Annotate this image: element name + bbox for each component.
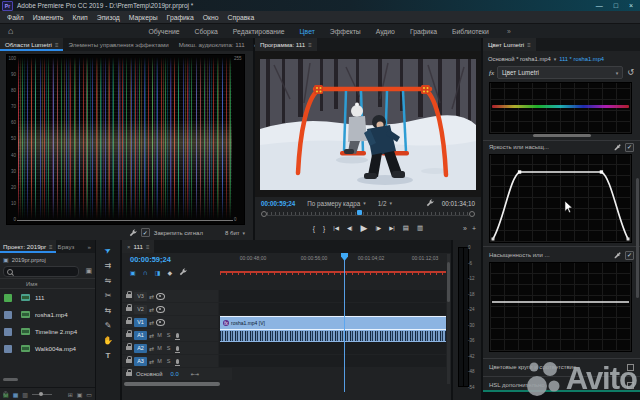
- home-icon[interactable]: ⌂: [8, 26, 13, 36]
- lift-button[interactable]: ▤: [403, 224, 409, 232]
- workspace-tab-color[interactable]: Цвет: [300, 28, 315, 35]
- button-editor-add[interactable]: +: [472, 225, 476, 232]
- solo-button[interactable]: S: [165, 358, 172, 364]
- fx-badge[interactable]: fx: [489, 69, 494, 77]
- track-content-a2[interactable]: [219, 342, 446, 354]
- sat-sat-curve-graph[interactable]: [489, 262, 632, 352]
- workspace-tab-effects[interactable]: Эффекты: [330, 28, 361, 35]
- lock-icon[interactable]: [126, 359, 132, 363]
- track-visibility-eye-icon[interactable]: [156, 319, 165, 326]
- tab-audio-clip-mixer[interactable]: Микш. аудиоклипа: 111: [174, 38, 250, 51]
- track-target-a1[interactable]: A1: [134, 331, 147, 340]
- project-item-clip[interactable]: Timeline 2.mp4: [0, 324, 92, 339]
- menu-item-edit[interactable]: Изменить: [33, 14, 64, 21]
- mark-in-button[interactable]: {: [313, 225, 315, 232]
- luma-sat-enable-checkbox[interactable]: ✓: [625, 143, 634, 152]
- zoom-slider[interactable]: [32, 394, 52, 395]
- step-back-button[interactable]: ◀|: [347, 225, 353, 231]
- track-target-a3[interactable]: A3: [134, 357, 147, 366]
- project-breadcrumb[interactable]: ▣ 2019pr.prproj: [3, 255, 46, 264]
- track-content-v2[interactable]: [219, 303, 446, 315]
- clamp-signal-checkbox[interactable]: ✓: [141, 228, 150, 237]
- panel-menu-icon[interactable]: ≡: [49, 244, 53, 250]
- lock-icon[interactable]: [126, 346, 132, 350]
- sat-sat-enable-checkbox[interactable]: ✓: [625, 251, 634, 260]
- lock-icon[interactable]: [126, 320, 132, 324]
- fit-dropdown[interactable]: По размеру кадра ▾: [307, 200, 365, 207]
- step-forward-button[interactable]: |▶: [375, 225, 381, 231]
- mark-out-button[interactable]: }: [323, 225, 325, 232]
- panel-overflow-icon[interactable]: »: [84, 240, 95, 253]
- workspace-tab-audio[interactable]: Аудио: [376, 28, 395, 35]
- trash-icon[interactable]: ▭: [86, 391, 92, 398]
- fit-sequence-icon[interactable]: ⇤⇥: [191, 371, 199, 377]
- workspace-tab-graphics[interactable]: Графика: [410, 28, 437, 35]
- solo-button[interactable]: S: [165, 332, 172, 338]
- pen-tool[interactable]: ✎: [96, 318, 120, 333]
- menu-item-sequence[interactable]: Эпизод: [97, 14, 120, 21]
- close-button[interactable]: ×: [629, 2, 633, 9]
- track-header-a2[interactable]: A2 ⇄ M S: [122, 342, 218, 354]
- track-target-v1[interactable]: V1: [134, 318, 147, 327]
- master-level-value[interactable]: 0.0: [171, 371, 179, 377]
- track-visibility-eye-icon[interactable]: [156, 306, 165, 313]
- new-bin-icon[interactable]: ⊞: [68, 391, 73, 398]
- track-visibility-eye-icon[interactable]: [156, 293, 165, 300]
- track-content-a3[interactable]: [219, 355, 446, 367]
- transport-overflow-icon[interactable]: »: [463, 225, 467, 232]
- close-tab-icon[interactable]: ×: [127, 244, 131, 250]
- panel-menu-icon[interactable]: ≡: [527, 42, 531, 48]
- tab-project[interactable]: Проект: 2019pr ≡: [0, 240, 56, 253]
- panel-menu-icon[interactable]: ≡: [146, 244, 150, 250]
- workspace-tab-libraries[interactable]: Библиотеки: [452, 28, 489, 35]
- audio-clip-rosha1[interactable]: [220, 329, 446, 343]
- program-timecode[interactable]: 00:00:59;24: [261, 200, 295, 207]
- workspace-tab-editing[interactable]: Редактирование: [233, 28, 285, 35]
- play-button[interactable]: ▶: [361, 223, 368, 233]
- menu-item-graphics[interactable]: Графика: [167, 14, 194, 21]
- project-hscrollbar[interactable]: [3, 378, 18, 381]
- lock-icon[interactable]: [126, 333, 132, 337]
- eyedropper-icon[interactable]: [614, 144, 621, 151]
- razor-tool[interactable]: ✂: [96, 288, 120, 303]
- lock-icon[interactable]: [126, 294, 132, 298]
- snap-magnet-icon[interactable]: ∩: [143, 269, 148, 276]
- search-input[interactable]: [3, 266, 79, 277]
- playback-resolution-dropdown[interactable]: 1/2 ▾: [378, 200, 392, 207]
- lumetri-scrollbar[interactable]: [636, 178, 639, 298]
- tab-program-monitor[interactable]: Программа: 111 ≡: [255, 38, 317, 51]
- menu-item-file[interactable]: Файл: [7, 14, 24, 21]
- track-header-master[interactable]: Основной 0.0 ⇤⇥: [122, 368, 232, 380]
- program-scrubber[interactable]: [261, 210, 475, 217]
- sequence-clip-label[interactable]: 111 * rosha1.mp4: [559, 56, 604, 62]
- ripple-edit-tool[interactable]: ⇋: [96, 273, 120, 288]
- menu-item-clip[interactable]: Клип: [72, 14, 87, 21]
- extract-button[interactable]: ▥: [417, 224, 423, 232]
- track-header-v2[interactable]: V2 ⇄: [122, 303, 218, 315]
- eyedropper-icon[interactable]: [614, 252, 621, 259]
- luma-sat-curve-graph[interactable]: [489, 154, 632, 243]
- minimize-button[interactable]: —: [596, 2, 603, 9]
- slip-tool[interactable]: ⇆: [96, 303, 120, 318]
- menu-item-window[interactable]: Окно: [203, 14, 219, 21]
- timeline-hscrollbar[interactable]: [124, 382, 220, 386]
- label-chip[interactable]: [4, 328, 12, 336]
- new-item-icon[interactable]: ▣: [77, 391, 83, 398]
- hand-tool[interactable]: ✋: [96, 333, 120, 348]
- track-target-v2[interactable]: V2: [134, 305, 147, 314]
- tab-lumetri-color[interactable]: Цвет Lumetri ≡: [483, 38, 536, 51]
- tab-lumetri-scopes[interactable]: Области Lumetri ≡: [0, 38, 63, 51]
- mute-button[interactable]: M: [156, 358, 163, 364]
- menu-item-markers[interactable]: Маркеры: [129, 14, 158, 21]
- track-header-v1[interactable]: V1 ⇄: [122, 316, 218, 328]
- add-marker-icon[interactable]: ◆: [167, 269, 172, 276]
- track-target-v3[interactable]: V3: [134, 292, 147, 301]
- video-clip-rosha1[interactable]: fx rosha1.mp4 [V]: [220, 316, 446, 330]
- workspace-tab-learning[interactable]: Обучение: [148, 28, 179, 35]
- panel-menu-icon[interactable]: ≡: [55, 42, 59, 48]
- workspace-overflow-icon[interactable]: »: [507, 28, 511, 35]
- tab-effect-controls[interactable]: Элементы управления эффектами: [63, 38, 173, 51]
- sync-lock-icon[interactable]: ⇄: [149, 332, 154, 339]
- bit-depth-dropdown[interactable]: 8 бит ▾: [225, 230, 245, 236]
- label-chip[interactable]: [4, 311, 12, 319]
